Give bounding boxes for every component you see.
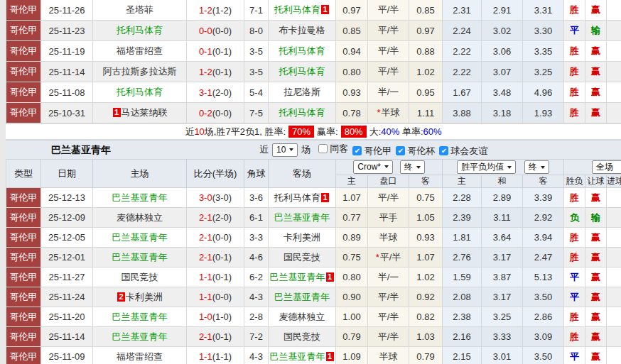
ah-away-odds: 1.11 — [409, 103, 443, 123]
result-cell: 胜 — [564, 248, 585, 268]
home-team: 2卡利美洲 — [93, 287, 187, 307]
score-cell: 1-2(0-1) — [187, 62, 244, 82]
team-name: 巴兰基亚青年 — [274, 292, 330, 302]
chevron-down-icon — [541, 166, 545, 169]
odds-draw: 3.17 — [482, 287, 523, 307]
rank-badge: 1 — [113, 108, 121, 117]
handicap-result-cell: 赢 — [585, 228, 607, 248]
fulltime-score: 2-1 — [199, 252, 212, 263]
handicap-result-cell: 输 — [585, 21, 607, 41]
odds-provider-value: Crow* — [357, 162, 381, 172]
team-name: 托利马体育 — [279, 107, 325, 118]
result-cell: 负 — [564, 208, 585, 228]
league-cell: 哥伦甲 — [6, 287, 41, 307]
overflow-cell — [607, 248, 621, 268]
odds-draw: 3.33 — [482, 327, 523, 347]
summary-text: 赢率: — [317, 126, 338, 137]
summary-text: 近 — [185, 126, 194, 137]
handicap-result-cell: 赢 — [585, 287, 607, 307]
scope-select[interactable]: 全场 — [592, 160, 621, 174]
away-team: 巴兰基亚青年1 — [269, 347, 336, 364]
home-team: 国民竞技 — [93, 268, 187, 287]
halftime-score: (0-0) — [212, 26, 232, 36]
col-header-away: 客场 — [269, 160, 336, 188]
checkbox-label: 哥伦甲 — [364, 145, 392, 158]
sub-header-result: 胜负 — [564, 175, 585, 188]
team-name: 福塔雷绍查 — [117, 351, 163, 362]
team-name: 阿古拉斯多拉达斯 — [103, 66, 177, 77]
handicap-result-cell: 赢 — [585, 347, 607, 364]
ah-home-odds: 0.80 — [336, 62, 368, 82]
odds-draw: 3.06 — [482, 41, 523, 62]
handicap-result-cell: 赢 — [585, 188, 607, 208]
result-cell: 平 — [564, 347, 585, 364]
corners-cell: 4-3 — [244, 287, 269, 307]
result-cell: 平 — [564, 21, 585, 41]
score-cell: 2-1(0-1) — [187, 248, 244, 268]
date-cell: 25-11-19 — [41, 41, 93, 62]
match-row: 哥伦甲25-11-14阿古拉斯多拉达斯1-2(0-1)3-5托利马体育0.80平… — [6, 62, 621, 82]
team-name: 巴兰基亚青年 — [112, 252, 168, 263]
home-team: 福塔雷绍查 — [93, 347, 187, 364]
home-team: 巴兰基亚青年 — [93, 248, 187, 268]
odds-home-win: 1.59 — [443, 268, 482, 287]
odds-away-win: 3.35 — [523, 41, 564, 62]
ah-away-odds: 0.97 — [409, 21, 443, 41]
odds-draw: 3.02 — [482, 21, 523, 41]
odds-home-win: 2.31 — [443, 0, 482, 21]
date-cell: 25-11-14 — [41, 62, 93, 82]
ah-away-odds: 0.93 — [409, 228, 443, 248]
odds-away-win: 3.50 — [523, 347, 564, 364]
home-team: 巴兰基亚青年 — [93, 188, 187, 208]
fulltime-score: 1-1 — [199, 292, 212, 302]
avg-final-select[interactable]: 终 — [524, 160, 549, 174]
ah-away-odds: 0.75 — [409, 188, 443, 208]
league-cell: 哥伦甲 — [6, 268, 41, 287]
corners-cell: 4-6 — [244, 248, 269, 268]
league-cell: 哥伦甲 — [6, 327, 41, 347]
match-count-value: 10 — [276, 145, 286, 155]
ah-home-odds: 0.78 — [336, 103, 368, 123]
fulltime-score: 0-1 — [199, 46, 212, 57]
odds-away-win: 3.50 — [523, 287, 564, 307]
overflow-cell — [607, 228, 621, 248]
odds-away-win: 2.47 — [523, 248, 564, 268]
checkbox-checked[interactable]: ✔ — [396, 146, 405, 155]
date-cell: 25-12-05 — [41, 228, 93, 248]
sub-header-odds-home: 主 — [443, 175, 482, 188]
ah-home-odds: 0.89 — [336, 228, 368, 248]
match-count-select[interactable]: 10 — [272, 143, 298, 157]
ah-away-odds: 1.02 — [409, 268, 443, 287]
score-cell: 1-0(1-0) — [187, 307, 244, 327]
checkbox-checked[interactable]: ✔ — [439, 146, 448, 155]
date-cell: 25-11-24 — [41, 287, 93, 307]
ah-line: *半球 — [368, 103, 409, 123]
checkbox-unchecked[interactable] — [318, 144, 328, 153]
halftime-score: (0-1) — [212, 67, 232, 77]
sub-header-ah-line: 盘口 — [368, 175, 409, 188]
ah-line: 平手 — [368, 208, 409, 228]
col-header-date: 日期 — [41, 160, 93, 188]
date-cell: 25-10-31 — [41, 103, 93, 123]
corners-cell: 4-3 — [244, 347, 269, 364]
section-header-bar: 巴兰基亚青年 近 10 场 同客✔哥伦甲✔哥伦杯✔球会友谊 — [6, 140, 621, 159]
odds-away-win: 1.93 — [523, 103, 564, 123]
team-name: 巴兰基亚青年 — [112, 192, 168, 203]
score-cell: 2-1(0-1) — [187, 327, 244, 347]
corners-cell: 8-0 — [244, 21, 269, 41]
away-team: 巴兰基亚青年1 — [269, 268, 336, 287]
ah-home-odds: 1.09 — [336, 347, 368, 364]
tolima-history-table: 哥伦甲25-11-26圣塔菲1-2(1-2)7-1托利马体育10.97平/半0.… — [6, 0, 621, 123]
league-cell: 哥伦甲 — [6, 41, 41, 62]
ah-final-select[interactable]: 终 — [400, 160, 425, 174]
avg-odds-select[interactable]: 胜平负均值 — [457, 160, 516, 174]
handicap-result-cell: 赢 — [585, 307, 607, 327]
score-cell: 2-1(2-0) — [187, 208, 244, 228]
checkbox-checked[interactable]: ✔ — [352, 146, 362, 155]
league-cell: 哥伦甲 — [6, 188, 41, 208]
result-cell: 胜 — [564, 62, 585, 82]
odds-away-win: 3.94 — [523, 228, 564, 248]
odds-provider-select[interactable]: Crow* — [353, 160, 393, 174]
chevron-down-icon — [289, 148, 293, 151]
ah-final-value: 终 — [404, 161, 413, 173]
